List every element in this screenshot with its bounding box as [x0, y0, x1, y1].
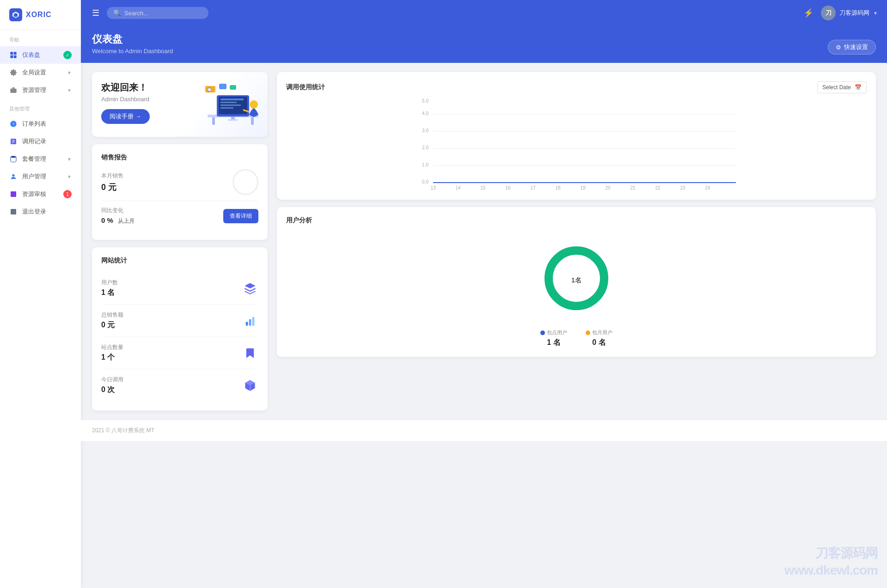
calendar-icon: 📅 [855, 84, 862, 91]
users-icon [9, 172, 18, 181]
website-stats-card: 网站统计 用户数 1 名 [92, 247, 268, 410]
svg-point-12 [11, 156, 16, 158]
orders-label: 订单列表 [22, 120, 46, 128]
settings-gear-icon: ⚙ [836, 44, 841, 51]
monthly-sales-label: 本月销售 [101, 172, 123, 180]
svg-text:20: 20 [605, 185, 611, 190]
svg-rect-32 [230, 85, 236, 90]
svg-text:14: 14 [455, 185, 461, 190]
resource-mgmt-arrow: ▼ [67, 88, 72, 93]
legend-item-points: 包点用户 1 名 [540, 329, 567, 348]
sidebar-item-global-settings[interactable]: 全局设置 ▼ [0, 64, 81, 81]
search-input[interactable] [124, 10, 198, 17]
legend-item-monthly: 包月用户 0 名 [586, 329, 612, 348]
monthly-value: 0 名 [592, 338, 606, 348]
svg-rect-35 [252, 317, 255, 325]
svg-point-27 [250, 100, 258, 109]
dashboard-icon [9, 51, 18, 59]
read-manual-button[interactable]: 阅读手册 → [101, 109, 150, 124]
points-value: 1 名 [547, 338, 560, 348]
svg-rect-31 [219, 84, 226, 89]
layers-icon [242, 280, 258, 297]
stat-row-sites: 站点数量 1 个 [101, 337, 258, 369]
svg-text:4.0: 4.0 [422, 111, 428, 116]
svg-rect-33 [246, 322, 248, 325]
users-label: 用户管理 [22, 172, 46, 181]
welcome-card: 欢迎回来！ Admin Dashboard 阅读手册 → [92, 72, 268, 137]
logout-label: 退出登录 [22, 208, 46, 216]
svg-text:22: 22 [655, 185, 661, 190]
footer: 2021 © 八哥计费系统 MT [81, 420, 887, 441]
left-column: 欢迎回来！ Admin Dashboard 阅读手册 → [92, 72, 268, 410]
sidebar-item-call-records[interactable]: 调用记录 [0, 133, 81, 150]
stat-users-value: 1 名 [101, 288, 118, 298]
svg-text:24: 24 [705, 185, 710, 190]
stat-sites-value: 1 个 [101, 353, 123, 362]
change-label: 同比变化 [101, 207, 135, 214]
stat-users-label: 用户数 [101, 279, 118, 287]
header: ☰ 🔍 ⚡ 刀 刀客源码网 ▼ [81, 0, 887, 26]
svg-text:18: 18 [555, 185, 561, 190]
sidebar-item-logout[interactable]: 退出登录 [0, 203, 81, 220]
svg-text:17: 17 [530, 185, 536, 190]
change-row: 同比变化 0 % 从上月 查看详细 [101, 207, 258, 225]
monthly-sales-row: 本月销售 0 元 [101, 169, 258, 195]
call-records-icon [9, 137, 18, 146]
svg-rect-17 [212, 117, 215, 125]
page-header: 仪表盘 Welcome to Admin Dashboard ⚙ 快速设置 [81, 26, 887, 63]
svg-rect-34 [249, 319, 251, 325]
settings-icon [9, 68, 18, 77]
svg-rect-23 [220, 104, 241, 106]
svg-rect-25 [231, 116, 235, 119]
menu-toggle-button[interactable]: ☰ [90, 6, 101, 20]
legend: 包点用户 1 名 包月用户 0 名 [286, 329, 867, 348]
svg-text:23: 23 [680, 185, 685, 190]
right-column: 调用使用统计 Select Date 📅 0.0 1.0 2.0 3.0 [277, 72, 876, 410]
svg-rect-4 [10, 55, 13, 58]
stat-row-users: 用户数 1 名 [101, 272, 258, 305]
sidebar-item-resource-review[interactable]: 资源审核 1 [0, 185, 81, 203]
orders-icon [9, 120, 18, 128]
sidebar-item-orders[interactable]: 订单列表 [0, 115, 81, 133]
quick-settings-label: 快速设置 [844, 43, 868, 51]
user-arrow: ▼ [873, 11, 878, 16]
filter-icon[interactable]: ⚡ [803, 8, 814, 18]
sidebar-item-resource-mgmt[interactable]: 资源管理 ▼ [0, 81, 81, 99]
svg-point-13 [12, 174, 14, 177]
search-icon: 🔍 [113, 9, 121, 17]
svg-text:1.0: 1.0 [422, 162, 428, 167]
donut-container: 1名 [286, 232, 867, 325]
donut-chart: 1名 [539, 241, 613, 315]
packages-label: 套餐管理 [22, 155, 46, 163]
chart-svg: 0.0 1.0 2.0 3.0 4.0 5.0 [286, 98, 867, 190]
stat-sales-label: 总销售额 [101, 311, 123, 319]
global-settings-label: 全局设置 [22, 68, 46, 77]
user-analysis-title: 用户分析 [286, 216, 867, 225]
date-placeholder: Select Date [822, 84, 851, 91]
svg-text:15: 15 [480, 185, 486, 190]
monthly-sales-value: 0 元 [101, 182, 123, 193]
view-detail-button[interactable]: 查看详细 [223, 209, 258, 223]
content-area: 仪表盘 Welcome to Admin Dashboard ⚙ 快速设置 欢迎… [81, 26, 887, 588]
stat-row-sales: 总销售额 0 元 [101, 305, 258, 337]
dashboard-badge: ✓ [63, 51, 72, 59]
chart-area: 0.0 1.0 2.0 3.0 4.0 5.0 [286, 98, 867, 190]
svg-text:19: 19 [580, 185, 586, 190]
cards-container: 欢迎回来！ Admin Dashboard 阅读手册 → [81, 63, 887, 420]
sales-circle [232, 169, 258, 195]
stat-calls-value: 0 次 [101, 385, 123, 395]
user-menu[interactable]: 刀 刀客源码网 ▼ [821, 6, 878, 20]
date-picker-button[interactable]: Select Date 📅 [817, 81, 867, 93]
sidebar-item-users[interactable]: 用户管理 ▼ [0, 168, 81, 185]
stat-sales-value: 0 元 [101, 320, 123, 330]
svg-rect-14 [11, 191, 16, 197]
sidebar-item-packages[interactable]: 套餐管理 ▼ [0, 150, 81, 168]
svg-rect-18 [251, 117, 254, 125]
quick-settings-button[interactable]: ⚙ 快速设置 [828, 40, 876, 55]
resource-mgmt-label: 资源管理 [22, 86, 46, 94]
svg-rect-6 [10, 89, 16, 93]
sidebar-item-dashboard[interactable]: 仪表盘 ✓ [0, 46, 81, 64]
nav-section-label: 导航 [0, 30, 81, 46]
header-right: ⚡ 刀 刀客源码网 ▼ [803, 6, 878, 20]
avatar: 刀 [821, 6, 836, 20]
